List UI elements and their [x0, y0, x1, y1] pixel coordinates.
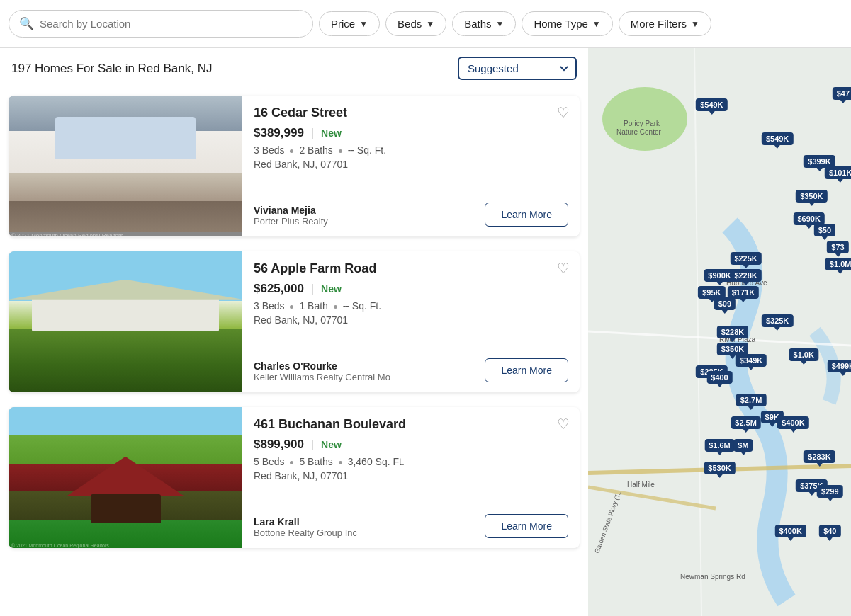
listing-location: Red Bank, NJ, 07701 [254, 314, 568, 326]
listing-location: Red Bank, NJ, 07701 [254, 159, 568, 170]
price-pin[interactable]: $2.5M [731, 416, 761, 429]
listing-card: ♡ 56 Apple Farm Road $625,000 | New 3 Be… [9, 251, 580, 393]
agent-row: Charles O'Rourke Keller Williams Realty … [254, 358, 568, 382]
listing-image [9, 251, 242, 392]
price-pin[interactable]: $09 [714, 297, 736, 310]
listing-address: 16 Cedar Street [254, 105, 568, 120]
agent-name: Charles O'Rourke [254, 360, 390, 372]
favorite-button[interactable]: ♡ [557, 260, 570, 277]
listing-image: © 2021 Monmouth Ocean Regional Realtors [9, 407, 242, 548]
listing-card: © 2021 Monmouth Ocean Regional Realtors … [9, 407, 580, 549]
search-icon: 🔍 [19, 16, 34, 31]
listing-address: 56 Apple Farm Road [254, 261, 568, 276]
beds-filter-label: Beds [398, 18, 422, 30]
agent-name: Lara Krall [254, 516, 357, 527]
agent-company: Keller Williams Realty Central Mo [254, 372, 390, 382]
price-pin[interactable]: $299 [817, 485, 842, 498]
price-row: $389,999 | New [254, 126, 568, 140]
filter-bar: 🔍 Price ▼ Beds ▼ Baths ▼ Home Type ▼ Mor… [0, 0, 851, 48]
price-pin[interactable]: $228K [717, 326, 748, 338]
listing-specs: 3 Beds 2 Baths -- Sq. Ft. [254, 144, 568, 156]
price-pin[interactable]: $2.7M [736, 394, 767, 406]
agent-info: Viviana Mejia Porter Plus Realty [254, 205, 328, 227]
price-pin[interactable]: $283K [804, 450, 835, 463]
price-pin[interactable]: $40 [819, 525, 840, 537]
home-type-filter-label: Home Type [534, 18, 587, 30]
listing-location: Red Bank, NJ, 07701 [254, 470, 568, 481]
agent-row: Lara Krall Bottone Realty Group Inc Lear… [254, 514, 568, 538]
price-pin[interactable]: $400 [706, 371, 732, 384]
listing-details: ♡ 56 Apple Farm Road $625,000 | New 3 Be… [242, 251, 580, 392]
price-pin[interactable]: $325K [762, 314, 793, 327]
listing-address: 461 Buchanan Boulevard [254, 417, 568, 432]
price-pin[interactable]: $73 [827, 241, 848, 253]
price-pin[interactable]: $47 [833, 87, 851, 100]
listing-price: $899,900 [254, 438, 304, 452]
more-filters-button[interactable]: More Filters ▼ [619, 11, 711, 36]
learn-more-button[interactable]: Learn More [485, 514, 568, 538]
price-pin[interactable]: $350K [796, 190, 827, 203]
price-pin[interactable]: $50 [814, 224, 835, 236]
price-pin[interactable]: $1.0M [825, 258, 851, 270]
listings-count: 197 Homes For Sale in Red Bank, NJ [11, 62, 212, 76]
listing-image: © 2021 Monmouth Ocean Regional Realtors [9, 96, 242, 236]
chevron-down-icon: ▼ [359, 19, 368, 29]
price-row: $899,900 | New [254, 438, 568, 452]
learn-more-button[interactable]: Learn More [485, 358, 568, 382]
price-pin[interactable]: $225K [730, 252, 761, 265]
sort-select[interactable]: Suggested Price Low to High Price High t… [458, 57, 577, 80]
listing-status-badge: New [321, 283, 342, 295]
baths-filter-button[interactable]: Baths ▼ [452, 11, 516, 36]
search-box[interactable]: 🔍 [9, 10, 313, 38]
beds-filter-button[interactable]: Beds ▼ [385, 11, 446, 36]
baths-filter-label: Baths [464, 18, 491, 30]
listing-specs: 3 Beds 1 Bath -- Sq. Ft. [254, 300, 568, 312]
chevron-down-icon: ▼ [426, 19, 434, 29]
listing-status-badge: New [321, 439, 342, 450]
agent-company: Porter Plus Realty [254, 216, 328, 227]
listing-details: ♡ 461 Buchanan Boulevard $899,900 | New … [242, 407, 580, 548]
price-filter-label: Price [331, 18, 355, 30]
chevron-down-icon: ▼ [496, 19, 505, 29]
more-filters-label: More Filters [631, 18, 687, 30]
map-panel[interactable]: River Plaza Hubbard Ave Poricy Park Natu… [588, 48, 851, 616]
price-pin[interactable]: $549K [696, 98, 727, 111]
listing-card: © 2021 Monmouth Ocean Regional Realtors … [9, 96, 580, 237]
price-pin[interactable]: $1.6M [704, 439, 735, 452]
listings-panel: 197 Homes For Sale in Red Bank, NJ Sugge… [0, 48, 588, 616]
listing-specs: 5 Beds 5 Baths 3,460 Sq. Ft. [254, 456, 568, 467]
main-layout: 197 Homes For Sale in Red Bank, NJ Sugge… [0, 48, 851, 616]
listing-price: $625,000 [254, 282, 304, 296]
search-input[interactable] [40, 18, 303, 30]
price-pin[interactable]: $349K [736, 354, 767, 367]
price-pin[interactable]: $499K [828, 360, 851, 372]
listing-details: ♡ 16 Cedar Street $389,999 | New 3 Beds … [242, 96, 580, 236]
listing-price: $389,999 [254, 126, 304, 140]
price-pin[interactable]: $M [733, 439, 753, 452]
chevron-down-icon: ▼ [592, 19, 601, 29]
price-pin[interactable]: $101K [825, 166, 851, 179]
listings-header: 197 Homes For Sale in Red Bank, NJ Sugge… [0, 48, 588, 89]
learn-more-button[interactable]: Learn More [485, 203, 568, 227]
listing-status-badge: New [321, 127, 342, 139]
price-pin[interactable]: $549K [762, 132, 793, 145]
map-pins-container: $47$549K$399K$350K$101K$690K$50$73$1.0M$… [588, 48, 851, 616]
price-pin[interactable]: $530K [704, 462, 735, 474]
agent-name: Viviana Mejia [254, 205, 328, 216]
chevron-down-icon: ▼ [691, 19, 699, 29]
price-pin[interactable]: $400K [774, 525, 806, 537]
favorite-button[interactable]: ♡ [557, 104, 570, 121]
agent-row: Viviana Mejia Porter Plus Realty Learn M… [254, 203, 568, 227]
agent-company: Bottone Realty Group Inc [254, 527, 357, 538]
home-type-filter-button[interactable]: Home Type ▼ [522, 11, 612, 36]
price-pin[interactable]: $1.0K [789, 348, 818, 361]
price-pin[interactable]: $400K [777, 416, 808, 429]
price-filter-button[interactable]: Price ▼ [319, 11, 380, 36]
price-row: $625,000 | New [254, 282, 568, 296]
agent-info: Lara Krall Bottone Realty Group Inc [254, 516, 357, 538]
price-pin[interactable]: $228K [730, 269, 761, 282]
agent-info: Charles O'Rourke Keller Williams Realty … [254, 360, 390, 382]
favorite-button[interactable]: ♡ [557, 416, 570, 433]
